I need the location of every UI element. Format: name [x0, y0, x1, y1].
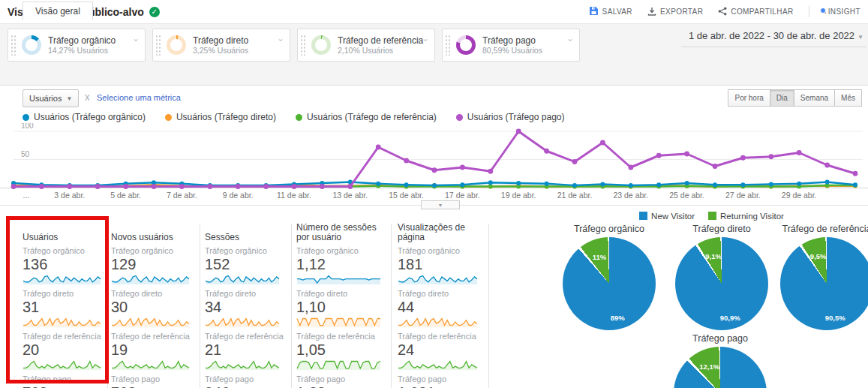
date-range-text: 1 de abr. de 2022 - 30 de abr. de 2022: [689, 30, 854, 41]
metric-row-label: Tráfego direto: [205, 289, 284, 299]
date-range-picker[interactable]: 1 de abr. de 2022 - 30 de abr. de 2022▼: [681, 30, 866, 47]
pie-title: Tráfego direto: [665, 224, 778, 234]
column-separator: [291, 224, 292, 388]
x-tick-label: ...: [23, 191, 30, 200]
sparkline-chart: [23, 359, 101, 371]
metric-column-header: Usuários: [23, 222, 105, 242]
insight-button[interactable]: INSIGHT: [824, 8, 860, 16]
legend-dot-icon: [165, 114, 172, 121]
segment-card-text: Tráfego pago80,59% Usuários: [482, 35, 542, 56]
add-metric-link[interactable]: Selecione uma métrica: [97, 93, 181, 102]
metric-row-label: Tráfego orgânico: [111, 246, 194, 256]
metric-column-header: Novos usuários: [111, 222, 194, 242]
granularity-dia[interactable]: Dia: [770, 89, 794, 107]
legend-item-1[interactable]: Usuários (Tráfego orgânico): [23, 112, 146, 122]
drag-handle-icon[interactable]: [11, 35, 16, 56]
sparkline-chart: [296, 317, 381, 328]
metric-row-value: 44: [398, 299, 482, 316]
metric-column-1: UsuáriosTráfego orgânico136Tráfego diret…: [23, 222, 105, 388]
sparkline-chart: [398, 359, 478, 371]
granularity-por-hora[interactable]: Por hora: [728, 89, 770, 107]
metric-row-label: Tráfego pago: [23, 374, 105, 384]
legend-item-2[interactable]: Usuários (Tráfego direto): [165, 112, 276, 122]
metric-row-value: 768: [111, 384, 194, 388]
metric-row-value: 20: [23, 341, 105, 359]
chevron-down-icon[interactable]: ⌄: [132, 33, 140, 44]
legend-item-3[interactable]: Usuários (Tráfego de referência): [296, 112, 437, 122]
metric-column-5: Visualizações de páginaTráfego orgânico1…: [398, 222, 482, 388]
granularity-mês[interactable]: Mês: [834, 89, 862, 107]
pie-chart-tráfego-pago[interactable]: 12,1%: [674, 347, 767, 388]
metric-row-label: Tráfego direto: [111, 289, 194, 299]
metric-row-label: Tráfego pago: [296, 374, 385, 384]
pie-chart-tráfego-orgânico[interactable]: 11%89%: [563, 237, 656, 330]
segment-card-title: Tráfego orgânico: [48, 35, 116, 46]
x-tick-label: 13 de abr.: [332, 191, 368, 200]
column-separator: [488, 224, 489, 388]
chevron-down-icon: ▼: [857, 34, 863, 41]
chart-scroll-handle[interactable]: ▼: [421, 200, 460, 209]
segment-card-4[interactable]: Tráfego pago80,59% Usuários⌄: [442, 29, 580, 62]
exportar-button[interactable]: EXPORTAR: [647, 7, 703, 17]
legend-item-4[interactable]: Usuários (Tráfego pago): [456, 112, 565, 122]
pie-percent-label: 90,9%: [720, 313, 740, 321]
column-separator: [107, 224, 108, 388]
segment-card-2[interactable]: Tráfego direto3,25% Usuários⌄: [152, 29, 290, 62]
save-icon: [589, 6, 599, 17]
metric-row-label: Tráfego orgânico: [398, 246, 482, 256]
pie-legend: New VisitorReturning Visitor: [555, 212, 868, 221]
pie-legend-label: Returning Visitor: [720, 212, 784, 221]
metric-row-value: 129: [111, 256, 194, 273]
x-tick-label: 25 de abr.: [669, 191, 704, 200]
metric-row-value: 34: [205, 299, 284, 316]
metric-row-label: Tráfego direto: [398, 289, 482, 299]
segment-card-subtitle: 80,59% Usuários: [482, 46, 542, 56]
sparkline-chart: [23, 317, 101, 328]
download-icon: [647, 7, 656, 17]
metric-row-value: 1,23: [296, 384, 385, 388]
pie-chart-tráfego-de-referência[interactable]: 9,5%90,5%: [780, 237, 868, 330]
timeseries-chart[interactable]: 50100: [0, 123, 868, 192]
pie-chart-tráfego-direto[interactable]: 9,1%90,9%: [675, 237, 768, 330]
pie-legend-item: Returning Visitor: [708, 212, 784, 221]
drag-handle-icon[interactable]: [300, 35, 305, 56]
tab-visao-geral[interactable]: Visão geral: [23, 2, 93, 20]
pie-percent-label: 9,1%: [705, 252, 722, 260]
segment-donut-icon: [456, 35, 476, 55]
metric-row-value: 1,12: [296, 256, 385, 273]
insight-label: INSIGHT: [828, 8, 860, 16]
sparkline-chart: [205, 274, 280, 285]
metric-select[interactable]: Usuários ▼: [23, 89, 79, 107]
salvar-button[interactable]: SALVAR: [589, 6, 632, 17]
segment-card-3[interactable]: Tráfego de referência2,10% Usuários⌄: [297, 29, 435, 62]
drag-handle-icon[interactable]: [445, 35, 450, 56]
metric-column-3: SessõesTráfego orgânico152Tráfego direto…: [205, 222, 284, 388]
svg-text:100: 100: [21, 123, 34, 130]
drag-handle-icon[interactable]: [155, 35, 161, 56]
granularity-semana[interactable]: Semana: [794, 89, 835, 107]
chevron-down-icon[interactable]: ⌄: [422, 33, 429, 44]
chevron-down-icon[interactable]: ⌄: [566, 33, 574, 44]
segment-card-text: Tráfego orgânico14,27% Usuários: [48, 35, 116, 56]
segment-card-text: Tráfego de referência2,10% Usuários: [338, 35, 423, 56]
metric-row-label: Tráfego de referência: [205, 332, 284, 341]
pie-percent-label: 9,5%: [810, 252, 827, 260]
metric-row-label: Tráfego direto: [23, 289, 105, 299]
metric-row-value: 21: [205, 341, 284, 359]
sparkline-chart: [398, 317, 478, 328]
segment-donut-icon: [311, 35, 331, 55]
metric-row-label: Tráfego de referência: [296, 332, 385, 341]
metric-column-header: Visualizações de página: [398, 222, 482, 242]
x-tick-label: 29 de abr.: [782, 191, 817, 200]
column-separator: [200, 224, 200, 388]
compartilhar-button[interactable]: COMPARTILHAR: [718, 7, 793, 17]
segment-donut-icon: [22, 35, 41, 55]
chevron-down-icon[interactable]: ⌄: [277, 33, 284, 44]
pie-percent-label: 90,5%: [825, 313, 845, 321]
metric-row-value: 152: [205, 256, 284, 273]
metric-row-value: 181: [398, 256, 482, 273]
svg-text:50: 50: [21, 150, 30, 158]
chart-legend: Usuários (Tráfego orgânico)Usuários (Trá…: [23, 112, 564, 122]
metric-row-value: 1,10: [296, 299, 385, 316]
segment-card-1[interactable]: Tráfego orgânico14,27% Usuários⌄: [8, 29, 146, 62]
